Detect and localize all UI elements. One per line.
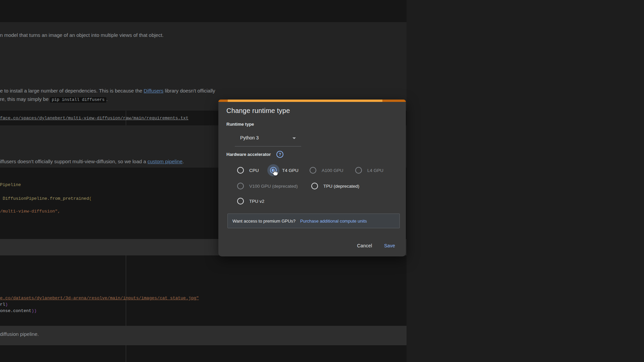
radio-halo <box>234 180 247 192</box>
radio-halo <box>267 164 279 176</box>
markdown-text: n model that turns an image of an object… <box>0 32 164 38</box>
code-token: ) <box>5 302 8 307</box>
chevron-down-icon <box>292 137 296 139</box>
code-token: ( <box>89 196 92 201</box>
radio-halo <box>234 164 247 176</box>
code-line: /multi-view-diffusion", <box>0 209 60 214</box>
radio-tpu-v2[interactable]: TPU v2 <box>234 195 264 207</box>
code-token: rl <box>0 302 5 307</box>
hardware-options-group: CPUT4 GPUA100 GPUL4 GPUV100 GPU (depreca… <box>234 164 402 208</box>
dialog-actions: Cancel Save <box>353 240 400 251</box>
code-line: e.co/datasets/dylanebert/3d-arena/resolv… <box>0 296 199 301</box>
hardware-options-row: TPU v2 <box>234 195 264 207</box>
notebook-markdown-line: e to install a large number of dependenc… <box>0 88 215 94</box>
hardware-options-row: V100 GPU (deprecated)TPU (deprecated) <box>234 180 359 192</box>
inline-code-chip: pip install diffusers <box>50 97 106 103</box>
dialog-title: Change runtime type <box>226 107 290 115</box>
change-runtime-dialog: Change runtime type Runtime type Python … <box>218 100 406 256</box>
radio-label: T4 GPU <box>282 168 299 173</box>
markdown-text: re, this may simply be <box>0 96 50 102</box>
radio-v100-gpu-deprecated: V100 GPU (deprecated) <box>234 180 309 192</box>
markdown-text: . <box>182 159 184 164</box>
code-cell <box>0 345 407 362</box>
notebook-markdown-line: n model that turns an image of an object… <box>0 32 164 38</box>
radio-button-icon <box>270 167 277 174</box>
radio-label: TPU (deprecated) <box>323 184 359 189</box>
radio-l4-gpu: L4 GPU <box>353 164 383 176</box>
radio-label: L4 GPU <box>367 168 383 173</box>
radio-halo <box>234 195 247 207</box>
radio-button-icon <box>237 198 244 204</box>
code-token: )) <box>32 308 37 313</box>
radio-tpu-deprecated[interactable]: TPU (deprecated) <box>309 180 359 192</box>
radio-button-icon <box>237 167 244 174</box>
radio-button-icon <box>310 167 316 174</box>
radio-button-icon <box>355 167 362 174</box>
runtime-type-value: Python 3 <box>240 135 259 140</box>
radio-t4-gpu[interactable]: T4 GPU <box>267 164 307 176</box>
runtime-type-label: Runtime type <box>226 122 254 127</box>
code-line: rl) <box>0 302 8 307</box>
hardware-accelerator-label: Hardware accelerator <box>226 152 271 157</box>
premium-gpu-banner: Want access to premium GPUs? Purchase ad… <box>227 214 400 228</box>
radio-button-icon <box>311 183 318 189</box>
diffusers-link: Diffusers <box>144 88 163 94</box>
cell-divider-line <box>126 345 126 362</box>
code-token: Pipeline <box>0 182 21 187</box>
code-cell <box>0 255 407 326</box>
hardware-options-row: CPUT4 GPUA100 GPUL4 GPU <box>234 164 383 176</box>
radio-a100-gpu: A100 GPU <box>307 164 353 176</box>
colab-screen: n model that turns an image of an object… <box>0 0 644 362</box>
radio-halo <box>307 164 319 176</box>
notebook-markdown-line: diffusion pipeline. <box>0 331 39 337</box>
cancel-button[interactable]: Cancel <box>353 240 377 251</box>
radio-halo <box>353 164 365 176</box>
markdown-text: iffusers doesn't officially support mult… <box>0 159 148 164</box>
code-token: DiffusionPipeline.from_pretrained <box>3 196 89 201</box>
code-cell <box>0 0 407 22</box>
notebook-markdown-line: iffusers doesn't officially support mult… <box>0 159 184 164</box>
custom-pipeline-link: custom pipeline <box>148 159 182 164</box>
code-token: onse.content <box>0 308 32 313</box>
notebook-markdown-line: re, this may simply be pip install diffu… <box>0 96 108 102</box>
banner-text: Want access to premium GPUs? <box>232 219 296 224</box>
cell-divider-line <box>126 255 126 326</box>
markdown-text: . <box>106 96 108 102</box>
requirements-url-link: face.co/spaces/dylanebert/multi-view-dif… <box>0 116 189 121</box>
code-line: onse.content)) <box>0 308 37 313</box>
radio-label: A100 GPU <box>322 168 343 173</box>
radio-label: V100 GPU (deprecated) <box>249 184 298 189</box>
code-line: DiffusionPipeline.from_pretrained( <box>3 196 92 201</box>
radio-halo <box>309 180 321 192</box>
radio-button-icon <box>237 183 244 189</box>
purchase-compute-units-link[interactable]: Purchase additional compute units <box>300 219 367 224</box>
markdown-text: e to install a large number of dependenc… <box>0 88 144 94</box>
code-url-string: e.co/datasets/dylanebert/3d-arena/resolv… <box>0 296 199 301</box>
markdown-text: library doesn't officially <box>163 88 215 94</box>
code-line: Pipeline <box>0 182 21 187</box>
save-button[interactable]: Save <box>379 240 400 251</box>
cell-gap-band <box>0 326 407 345</box>
radio-label: CPU <box>249 168 259 173</box>
runtime-type-select[interactable]: Python 3 <box>235 130 301 146</box>
radio-cpu[interactable]: CPU <box>234 164 267 176</box>
markdown-text: diffusion pipeline. <box>0 331 39 337</box>
dialog-accent-topbar <box>218 100 406 102</box>
radio-label: TPU v2 <box>249 199 264 204</box>
help-icon[interactable]: ? <box>276 151 283 158</box>
code-token: /multi-view-diffusion", <box>0 209 60 214</box>
